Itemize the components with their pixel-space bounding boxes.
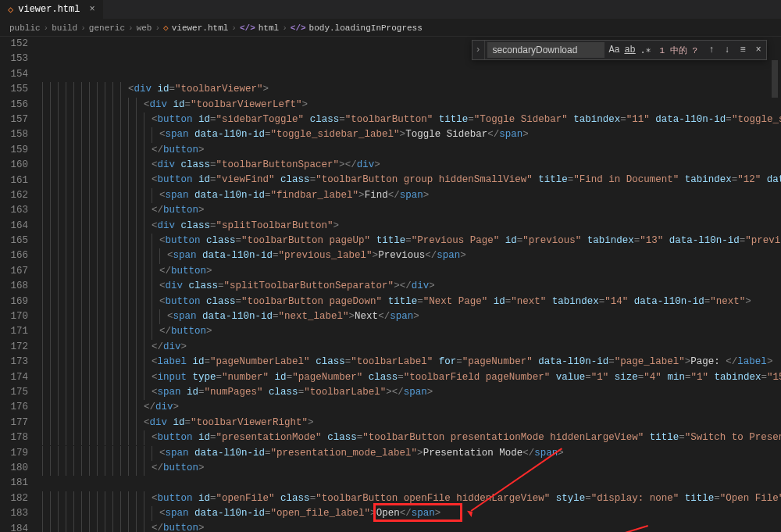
breadcrumb: public› build› generic› web› ◇ viewer.ht…: [0, 20, 781, 37]
find-widget: › Aa ab .∗ 1 中的 ? ↑ ↓ ≡ ×: [472, 40, 767, 60]
tab-bar: ◇ viewer.html ×: [0, 0, 781, 20]
tag-icon: </>: [240, 23, 255, 33]
html-file-icon: ◇: [163, 23, 169, 33]
tag-icon: </>: [291, 23, 306, 33]
line-number-gutter: 1521531541551561571581591601611621631641…: [0, 37, 39, 532]
close-icon[interactable]: ×: [751, 42, 766, 58]
scrollbar[interactable]: [770, 37, 779, 532]
next-match-icon[interactable]: ↓: [719, 42, 735, 58]
match-case-icon[interactable]: Aa: [607, 42, 622, 58]
prev-match-icon[interactable]: ↑: [704, 42, 719, 58]
html-file-icon: ◇: [8, 4, 13, 16]
whole-word-icon[interactable]: ab: [622, 42, 638, 58]
code-area[interactable]: <div id="toolbarViewer"> <div id="toolba…: [39, 37, 781, 532]
tab-viewer-html[interactable]: ◇ viewer.html ×: [0, 0, 103, 19]
crumb-symbol[interactable]: html: [259, 23, 279, 33]
expand-icon[interactable]: ›: [473, 41, 485, 59]
tab-label: viewer.html: [18, 4, 80, 15]
crumb-symbol[interactable]: body.loadingInProgress: [309, 23, 423, 33]
crumb[interactable]: build: [52, 23, 77, 33]
editor: › Aa ab .∗ 1 中的 ? ↑ ↓ ≡ × 15215315415515…: [0, 37, 781, 532]
find-status: 1 中的 ?: [660, 45, 697, 56]
crumb[interactable]: public: [9, 23, 41, 33]
search-input[interactable]: [487, 42, 604, 58]
crumb-file[interactable]: viewer.html: [172, 23, 229, 33]
crumb[interactable]: generic: [89, 23, 125, 33]
close-icon[interactable]: ×: [89, 4, 95, 15]
regex-icon[interactable]: .∗: [638, 42, 654, 58]
crumb[interactable]: web: [137, 23, 152, 33]
find-in-selection-icon[interactable]: ≡: [735, 42, 751, 58]
